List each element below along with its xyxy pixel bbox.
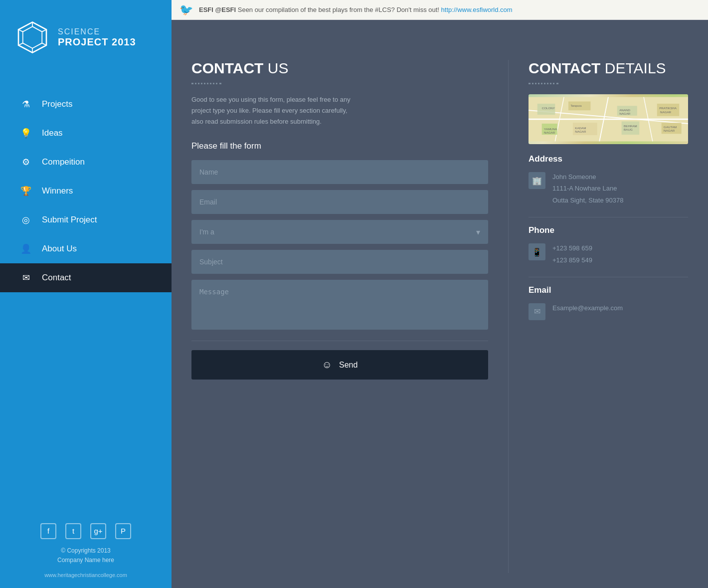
twitter-icon[interactable]: t	[65, 523, 81, 539]
address-text: John Someone 1111-A Nowhare Lane Outta S…	[552, 171, 623, 206]
address-row: 🏢 John Someone 1111-A Nowhare Lane Outta…	[529, 171, 688, 206]
twitter-link[interactable]: http://www.esfiworld.com	[441, 6, 513, 13]
person-icon: 👤	[20, 243, 32, 254]
sidebar-footer: f t g+ P © Copyrights 2013 Company Name …	[0, 513, 172, 588]
trophy-icon: 🏆	[20, 186, 32, 196]
svg-text:NAGAR: NAGAR	[619, 112, 631, 115]
message-group	[191, 280, 488, 332]
flask-icon: ⚗	[20, 99, 32, 110]
svg-text:BEHRAM: BEHRAM	[624, 124, 637, 128]
nav-label-ideas: Ideas	[42, 128, 63, 138]
address-title: Address	[529, 154, 688, 164]
send-label: Send	[339, 361, 357, 370]
email-input[interactable]	[191, 190, 488, 214]
building-icon: 🏢	[529, 172, 545, 189]
envelope-icon: ✉	[20, 272, 32, 283]
website-link: www.heritagechristiancollege.com	[44, 572, 127, 578]
smiley-icon: ☺	[322, 359, 332, 371]
nav-label-winners: Winners	[42, 186, 73, 196]
phone-section: Phone 📱 +123 598 659 +123 859 549	[529, 225, 688, 266]
email-row: ✉ Esample@example.com	[529, 302, 688, 320]
send-button[interactable]: ☺ Send	[191, 350, 488, 380]
email-section: Email ✉ Esample@example.com	[529, 285, 688, 320]
name-group	[191, 160, 488, 184]
nav-label-about: About Us	[42, 244, 77, 254]
twitter-bird-icon: 🐦	[179, 3, 193, 16]
sidebar-item-ideas[interactable]: 💡 Ideas	[0, 119, 172, 148]
svg-text:NAGAR: NAGAR	[660, 110, 672, 114]
social-icons: f t g+ P	[40, 523, 131, 539]
details-title-divider	[529, 83, 558, 84]
role-group: I'm a Student Teacher Other ▾	[191, 220, 488, 244]
phone-divider	[529, 277, 688, 277]
sidebar-item-compeition[interactable]: ⚙ Compeition	[0, 148, 172, 177]
details-section-title: CONTACT DETAILS	[529, 60, 688, 77]
map-image: COLONY Tarapuca ANAND NAGAR PRATIKSHA NA…	[529, 94, 688, 144]
target-icon: ◎	[20, 214, 32, 225]
message-textarea[interactable]	[191, 280, 488, 330]
logo-project: PROJECT 2013	[58, 36, 136, 48]
form-section-title: CONTACT US	[191, 60, 488, 77]
sidebar-item-contact[interactable]: ✉ Contact	[0, 263, 172, 292]
twitter-message: ESFI @ESFI Seen our compilation of the b…	[199, 6, 513, 13]
address-section: Address 🏢 John Someone 1111-A Nowhare La…	[529, 154, 688, 206]
svg-text:COLONY: COLONY	[542, 106, 555, 110]
svg-text:ANAND: ANAND	[619, 108, 630, 112]
main-panels: CONTACT US Good to see you using this fo…	[172, 40, 708, 588]
email-title: Email	[529, 285, 688, 295]
form-description: Good to see you using this form, please …	[191, 94, 361, 127]
phone-text: +123 598 659 +123 859 549	[552, 242, 592, 266]
twitter-bar: 🐦 ESFI @ESFI Seen our compilation of the…	[172, 0, 708, 20]
facebook-icon[interactable]: f	[40, 523, 56, 539]
svg-text:YAMUNA: YAMUNA	[544, 127, 557, 131]
form-subtitle: Please fill the form	[191, 141, 488, 151]
contact-details-panel: CONTACT DETAILS	[509, 60, 688, 573]
form-divider	[191, 341, 488, 341]
svg-text:NAGAR: NAGAR	[544, 131, 555, 134]
phone-title: Phone	[529, 225, 688, 235]
nav-menu: ⚗ Projects 💡 Ideas ⚙ Compeition 🏆 Winner…	[0, 90, 172, 292]
logo-icon	[15, 20, 50, 55]
sidebar-item-winners[interactable]: 🏆 Winners	[0, 177, 172, 205]
email-group	[191, 190, 488, 214]
copyright-text: © Copyrights 2013 Company Name here	[57, 546, 114, 565]
pinterest-icon[interactable]: P	[115, 523, 131, 539]
sidebar-item-about[interactable]: 👤 About Us	[0, 234, 172, 263]
sidebar: SCIENCE PROJECT 2013 ⚗ Projects 💡 Ideas …	[0, 0, 172, 588]
svg-text:NAGAR: NAGAR	[664, 129, 675, 132]
phone-row: 📱 +123 598 659 +123 859 549	[529, 242, 688, 266]
logo-science: SCIENCE	[58, 27, 136, 36]
logo-area: SCIENCE PROJECT 2013	[0, 0, 172, 70]
lightbulb-icon: 💡	[20, 128, 32, 139]
role-select[interactable]: I'm a Student Teacher Other	[191, 220, 488, 244]
svg-marker-1	[23, 26, 42, 48]
contact-form-panel: CONTACT US Good to see you using this fo…	[191, 60, 509, 573]
nav-label-projects: Projects	[42, 99, 72, 109]
main-content: CONTACT US Good to see you using this fo…	[172, 0, 708, 588]
svg-text:Tarapuca: Tarapuca	[570, 104, 581, 107]
sidebar-item-submit[interactable]: ◎ Submit Project	[0, 205, 172, 234]
svg-text:KADAM: KADAM	[575, 126, 586, 130]
svg-text:PRATIKSHA: PRATIKSHA	[659, 106, 677, 110]
gear-icon: ⚙	[20, 157, 32, 168]
nav-label-compeition: Compeition	[42, 157, 85, 167]
nav-label-submit: Submit Project	[42, 215, 97, 225]
svg-text:BAUG: BAUG	[624, 128, 633, 131]
sidebar-item-projects[interactable]: ⚗ Projects	[0, 90, 172, 119]
email-address-text: Esample@example.com	[552, 302, 623, 314]
mail-icon: ✉	[529, 303, 545, 320]
address-divider	[529, 217, 688, 217]
logo-text: SCIENCE PROJECT 2013	[58, 27, 136, 48]
googleplus-icon[interactable]: g+	[90, 523, 106, 539]
phone-icon: 📱	[529, 243, 545, 260]
svg-text:NAGAR: NAGAR	[575, 130, 586, 133]
svg-text:GAUTAM: GAUTAM	[664, 125, 677, 129]
map-svg: COLONY Tarapuca ANAND NAGAR PRATIKSHA NA…	[529, 94, 688, 144]
subject-input[interactable]	[191, 250, 488, 274]
subject-group	[191, 250, 488, 274]
nav-label-contact: Contact	[42, 273, 71, 283]
name-input[interactable]	[191, 160, 488, 184]
title-divider	[191, 83, 221, 84]
